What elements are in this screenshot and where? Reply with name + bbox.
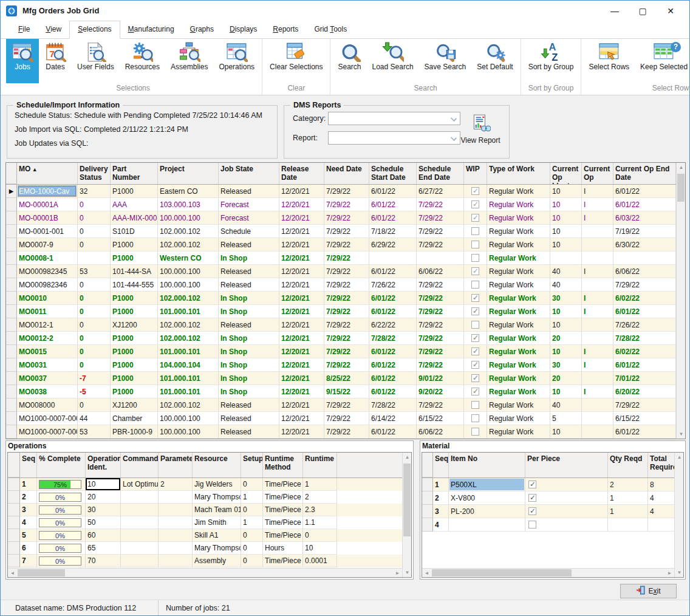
row-indicator[interactable]: [6, 372, 17, 385]
menu-file[interactable]: File: [10, 21, 38, 38]
cell-job-state[interactable]: Released: [219, 399, 279, 412]
cell-job-state[interactable]: In Shop: [219, 332, 279, 345]
cell-release-date[interactable]: 12/20/21: [279, 225, 324, 238]
row-indicator[interactable]: [6, 278, 17, 292]
cell-per-piece[interactable]: [525, 518, 608, 532]
cell-release-date[interactable]: 12/20/21: [279, 412, 324, 425]
cell-resource[interactable]: Mary Thompson: [193, 491, 241, 504]
column-header-delivery-status[interactable]: Delivery Status: [78, 163, 111, 184]
cell-project[interactable]: 102.000.102: [158, 332, 219, 345]
cell-command[interactable]: [121, 516, 159, 529]
cell-delivery-status[interactable]: 0: [78, 278, 111, 292]
wip-checkbox[interactable]: [471, 281, 479, 289]
cell-mo[interactable]: MO0037: [17, 372, 78, 385]
cell-current-op-ident[interactable]: 40: [550, 265, 582, 278]
table-row[interactable]: 2X-V80014: [422, 491, 683, 505]
column-header-schedule-end-date[interactable]: Schedule End Date: [417, 163, 464, 184]
cell-seq[interactable]: 5: [20, 529, 37, 542]
cell-schedule-end-date[interactable]: 6/06/22: [417, 265, 464, 278]
cell-need-date[interactable]: 9/15/22: [324, 385, 369, 399]
per-piece-checkbox-checked[interactable]: [528, 494, 536, 502]
cell-wip[interactable]: [464, 318, 487, 332]
cell-delivery-status[interactable]: 0: [78, 318, 111, 332]
cell-type-of-work[interactable]: Regular Work: [487, 358, 550, 372]
cell-seq[interactable]: 1: [20, 478, 37, 491]
row-indicator[interactable]: ▶: [6, 185, 17, 198]
table-row[interactable]: 4: [422, 518, 683, 532]
row-indicator[interactable]: [6, 345, 17, 358]
cell-complete[interactable]: 0%: [37, 491, 86, 504]
cell-release-date[interactable]: 12/20/21: [279, 278, 324, 292]
cell-schedule-end-date[interactable]: 7/29/22: [417, 198, 464, 211]
column-header-parameter[interactable]: Parameter: [159, 453, 193, 477]
cell-job-state[interactable]: Forecast: [219, 211, 279, 225]
cell-job-state[interactable]: Released: [219, 425, 279, 439]
cell-job-state[interactable]: Released: [219, 265, 279, 278]
cell-project[interactable]: Western CO: [158, 252, 219, 265]
cell-schedule-end-date[interactable]: 9/01/22: [417, 372, 464, 385]
cell-type-of-work[interactable]: Regular Work: [487, 198, 550, 211]
cell-project[interactable]: 102.000.102: [158, 225, 219, 238]
cell-wip[interactable]: [464, 292, 487, 305]
cell-mo[interactable]: MO0007-9: [17, 238, 78, 252]
table-row[interactable]: MO1000-0007-00053PBR-1000-9100.000.100Re…: [6, 425, 685, 439]
table-row[interactable]: MO00110P1000101.000.101In Shop12/20/217/…: [6, 305, 685, 318]
cell-item-no[interactable]: X-V800: [449, 491, 525, 505]
table-row[interactable]: MO1000-0007-00044Chamber100.000.100Relea…: [6, 412, 685, 425]
cell-total-required[interactable]: 8: [648, 478, 675, 491]
wip-checkbox[interactable]: [471, 254, 479, 262]
column-header-wip[interactable]: WIP: [464, 163, 487, 184]
cell-resource[interactable]: Mach Team 01: [193, 504, 241, 516]
cell-seq[interactable]: 4: [433, 518, 449, 532]
cell-mo[interactable]: MO1000-0007-000: [17, 425, 78, 439]
cell-project[interactable]: 102.000.102: [158, 399, 219, 412]
cell-release-date[interactable]: 12/20/21: [279, 425, 324, 439]
table-row[interactable]: 175%10Lot Optimum2Jig Welders0Time/Piece…: [8, 478, 411, 491]
cell-delivery-status[interactable]: 32: [78, 185, 111, 198]
cell-project[interactable]: 101.000.101: [158, 372, 219, 385]
cell-part-number[interactable]: XJ1200: [111, 318, 158, 332]
cell-parameter[interactable]: [159, 516, 193, 529]
cell-current-op[interactable]: I: [582, 211, 613, 225]
jobs-button[interactable]: Jobs: [6, 39, 39, 83]
cell-schedule-start-date[interactable]: 6/01/22: [369, 198, 417, 211]
cell-current-op-ident[interactable]: 40: [550, 278, 582, 292]
cell-current-op-end-date[interactable]: 7/29/22: [613, 399, 676, 412]
cell-current-op-ident[interactable]: 20: [550, 332, 582, 345]
cell-mo[interactable]: MO0031: [17, 358, 78, 372]
cell-wip[interactable]: [464, 345, 487, 358]
cell-setup[interactable]: 1: [241, 516, 263, 529]
cell-current-op[interactable]: [582, 399, 613, 412]
cell-parameter[interactable]: [159, 529, 193, 542]
cell-command[interactable]: [121, 491, 159, 504]
cell-job-state[interactable]: In Shop: [219, 252, 279, 265]
cell-schedule-start-date[interactable]: 6/01/22: [369, 358, 417, 372]
cell-complete[interactable]: 75%: [37, 478, 86, 491]
cell-setup[interactable]: 1: [241, 491, 263, 504]
load-search-button[interactable]: Load Search: [367, 39, 419, 83]
cell-project[interactable]: 100.000.100: [158, 278, 219, 292]
clear-selections-button[interactable]: Clear Selections: [264, 39, 328, 83]
cell-schedule-start-date[interactable]: 6/01/22: [369, 305, 417, 318]
scroll-down-icon[interactable]: ▼: [675, 568, 684, 577]
cell-mo[interactable]: MO000982346: [17, 278, 78, 292]
cell-runtime-method[interactable]: Time/Piece: [263, 555, 303, 567]
cell-operation-ident[interactable]: 60: [86, 529, 121, 542]
cell-release-date[interactable]: 12/20/21: [279, 385, 324, 399]
cell-release-date[interactable]: 12/20/21: [279, 211, 324, 225]
cell-per-piece[interactable]: [525, 478, 608, 491]
cell-current-op[interactable]: [582, 238, 613, 252]
cell-project[interactable]: 102.000.102: [158, 318, 219, 332]
table-row[interactable]: MO0009823460101-444-555100.000.100Releas…: [6, 278, 685, 292]
cell-type-of-work[interactable]: Regular Work: [487, 225, 550, 238]
row-indicator[interactable]: [6, 225, 17, 238]
table-row[interactable]: MO-0001-0010S101D102.000.102Schedule12/2…: [6, 225, 685, 238]
cell-current-op-ident[interactable]: 10: [550, 211, 582, 225]
cell-current-op-ident[interactable]: 10: [550, 225, 582, 238]
cell-complete[interactable]: 0%: [37, 529, 86, 542]
menu-selections[interactable]: Selections: [69, 21, 120, 39]
help-icon[interactable]: ?: [671, 42, 681, 52]
cell-mo[interactable]: MO0012-2: [17, 332, 78, 345]
row-indicator[interactable]: [8, 516, 20, 529]
vertical-scrollbar[interactable]: ▲▼: [402, 453, 411, 577]
